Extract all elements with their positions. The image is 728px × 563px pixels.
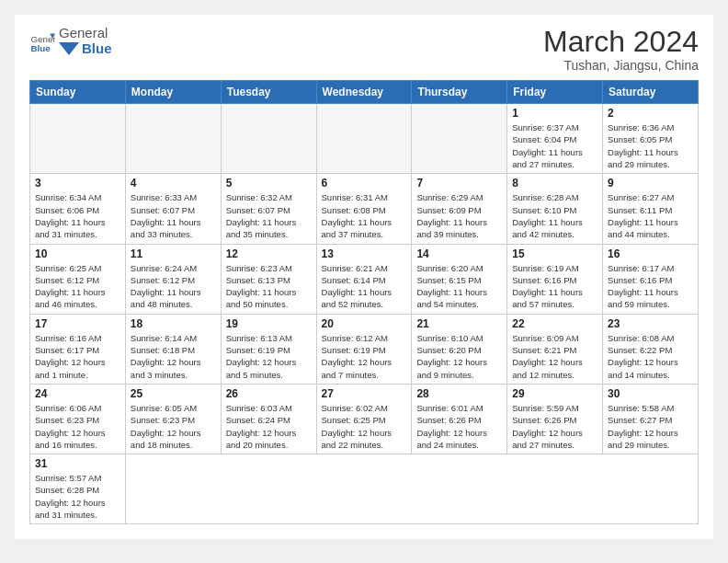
day-info: Sunrise: 6:12 AMSunset: 6:19 PMDaylight:…	[322, 332, 407, 381]
logo-general-text: General	[59, 26, 112, 41]
logo-icon: General Blue	[29, 29, 55, 54]
header-wednesday: Wednesday	[316, 81, 412, 104]
calendar-row: 17 Sunrise: 6:16 AMSunset: 6:17 PMDaylig…	[30, 314, 699, 384]
day-number: 17	[35, 317, 120, 330]
day-info: Sunrise: 6:19 AMSunset: 6:16 PMDaylight:…	[512, 262, 597, 311]
day-cell: 27 Sunrise: 6:02 AMSunset: 6:25 PMDaylig…	[316, 384, 412, 454]
calendar-row: 10 Sunrise: 6:25 AMSunset: 6:12 PMDaylig…	[30, 244, 699, 314]
day-info: Sunrise: 6:27 AMSunset: 6:11 PMDaylight:…	[608, 191, 693, 240]
day-info: Sunrise: 6:21 AMSunset: 6:14 PMDaylight:…	[322, 262, 407, 311]
day-number: 27	[322, 387, 407, 400]
day-cell: 4 Sunrise: 6:33 AMSunset: 6:07 PMDayligh…	[125, 174, 221, 244]
day-cell: 16 Sunrise: 6:17 AMSunset: 6:16 PMDaylig…	[603, 244, 699, 314]
header-sunday: Sunday	[30, 81, 126, 104]
day-cell: 14 Sunrise: 6:20 AMSunset: 6:15 PMDaylig…	[412, 244, 507, 314]
day-cell: 25 Sunrise: 6:05 AMSunset: 6:23 PMDaylig…	[125, 384, 221, 454]
day-number: 9	[608, 177, 693, 190]
calendar-row: 24 Sunrise: 6:06 AMSunset: 6:23 PMDaylig…	[30, 384, 699, 454]
day-info: Sunrise: 6:13 AMSunset: 6:19 PMDaylight:…	[226, 332, 312, 381]
day-number: 31	[35, 457, 120, 470]
day-number: 19	[226, 317, 312, 330]
day-cell: 21 Sunrise: 6:10 AMSunset: 6:20 PMDaylig…	[412, 314, 507, 384]
day-info: Sunrise: 6:37 AMSunset: 6:04 PMDaylight:…	[512, 121, 597, 170]
day-number: 18	[131, 317, 216, 330]
day-number: 20	[322, 317, 407, 330]
day-cell: 24 Sunrise: 6:06 AMSunset: 6:23 PMDaylig…	[30, 384, 126, 454]
header-friday: Friday	[507, 81, 603, 104]
calendar-container: General Blue General Blue March 2024 Tus…	[15, 15, 713, 539]
day-cell: 30 Sunrise: 5:58 AMSunset: 6:27 PMDaylig…	[603, 384, 699, 454]
location-subtitle: Tushan, Jiangsu, China	[543, 58, 699, 73]
day-number: 25	[131, 387, 216, 400]
day-number: 21	[416, 317, 502, 330]
day-info: Sunrise: 5:57 AMSunset: 6:28 PMDaylight:…	[35, 472, 120, 521]
day-cell: 8 Sunrise: 6:28 AMSunset: 6:10 PMDayligh…	[507, 174, 603, 244]
day-cell: 12 Sunrise: 6:23 AMSunset: 6:13 PMDaylig…	[221, 244, 316, 314]
empty-cell	[412, 104, 507, 174]
day-number: 3	[35, 177, 120, 190]
day-cell: 5 Sunrise: 6:32 AMSunset: 6:07 PMDayligh…	[221, 174, 316, 244]
day-info: Sunrise: 6:24 AMSunset: 6:12 PMDaylight:…	[131, 262, 216, 311]
day-number: 4	[131, 177, 216, 190]
day-info: Sunrise: 6:17 AMSunset: 6:16 PMDaylight:…	[608, 262, 693, 311]
calendar-table: Sunday Monday Tuesday Wednesday Thursday…	[29, 80, 699, 524]
day-info: Sunrise: 6:34 AMSunset: 6:06 PMDaylight:…	[35, 191, 120, 240]
svg-text:Blue: Blue	[30, 43, 51, 53]
calendar-row: 1 Sunrise: 6:37 AMSunset: 6:04 PMDayligh…	[30, 104, 699, 174]
day-info: Sunrise: 5:58 AMSunset: 6:27 PMDaylight:…	[608, 402, 693, 451]
header-monday: Monday	[125, 81, 221, 104]
calendar-row: 31 Sunrise: 5:57 AMSunset: 6:28 PMDaylig…	[30, 454, 699, 524]
day-number: 13	[322, 247, 407, 260]
day-number: 7	[416, 177, 502, 190]
day-number: 12	[226, 247, 312, 260]
header-tuesday: Tuesday	[221, 81, 316, 104]
day-cell: 31 Sunrise: 5:57 AMSunset: 6:28 PMDaylig…	[30, 454, 126, 524]
day-info: Sunrise: 6:01 AMSunset: 6:26 PMDaylight:…	[416, 402, 502, 451]
day-cell: 10 Sunrise: 6:25 AMSunset: 6:12 PMDaylig…	[30, 244, 126, 314]
calendar-row: 3 Sunrise: 6:34 AMSunset: 6:06 PMDayligh…	[30, 174, 699, 244]
empty-cell	[221, 104, 316, 174]
day-info: Sunrise: 6:32 AMSunset: 6:07 PMDaylight:…	[226, 191, 312, 240]
day-info: Sunrise: 6:29 AMSunset: 6:09 PMDaylight:…	[416, 191, 502, 240]
day-cell: 29 Sunrise: 5:59 AMSunset: 6:26 PMDaylig…	[507, 384, 603, 454]
day-info: Sunrise: 6:02 AMSunset: 6:25 PMDaylight:…	[322, 402, 407, 451]
day-info: Sunrise: 6:28 AMSunset: 6:10 PMDaylight:…	[512, 191, 597, 240]
svg-marker-3	[59, 42, 79, 55]
day-info: Sunrise: 6:08 AMSunset: 6:22 PMDaylight:…	[608, 332, 693, 381]
day-info: Sunrise: 6:20 AMSunset: 6:15 PMDaylight:…	[416, 262, 502, 311]
day-cell: 13 Sunrise: 6:21 AMSunset: 6:14 PMDaylig…	[316, 244, 412, 314]
day-cell: 28 Sunrise: 6:01 AMSunset: 6:26 PMDaylig…	[412, 384, 507, 454]
month-year-title: March 2024	[543, 26, 699, 58]
day-cell: 11 Sunrise: 6:24 AMSunset: 6:12 PMDaylig…	[125, 244, 221, 314]
day-cell: 23 Sunrise: 6:08 AMSunset: 6:22 PMDaylig…	[603, 314, 699, 384]
header-thursday: Thursday	[412, 81, 507, 104]
header-saturday: Saturday	[603, 81, 699, 104]
day-info: Sunrise: 5:59 AMSunset: 6:26 PMDaylight:…	[512, 402, 597, 451]
day-info: Sunrise: 6:16 AMSunset: 6:17 PMDaylight:…	[35, 332, 120, 381]
logo: General Blue General Blue	[29, 26, 112, 56]
day-number: 14	[416, 247, 502, 260]
day-cell: 19 Sunrise: 6:13 AMSunset: 6:19 PMDaylig…	[221, 314, 316, 384]
day-number: 29	[512, 387, 597, 400]
day-cell: 1 Sunrise: 6:37 AMSunset: 6:04 PMDayligh…	[507, 104, 603, 174]
day-number: 1	[512, 107, 597, 120]
logo-triangle-icon	[59, 42, 79, 55]
day-info: Sunrise: 6:33 AMSunset: 6:07 PMDaylight:…	[131, 191, 216, 240]
day-cell: 22 Sunrise: 6:09 AMSunset: 6:21 PMDaylig…	[507, 314, 603, 384]
day-cell: 2 Sunrise: 6:36 AMSunset: 6:05 PMDayligh…	[603, 104, 699, 174]
day-info: Sunrise: 6:23 AMSunset: 6:13 PMDaylight:…	[226, 262, 312, 311]
day-number: 23	[608, 317, 693, 330]
day-cell: 18 Sunrise: 6:14 AMSunset: 6:18 PMDaylig…	[125, 314, 221, 384]
day-number: 15	[512, 247, 597, 260]
day-number: 2	[608, 107, 693, 120]
day-number: 16	[608, 247, 693, 260]
day-info: Sunrise: 6:09 AMSunset: 6:21 PMDaylight:…	[512, 332, 597, 381]
day-info: Sunrise: 6:03 AMSunset: 6:24 PMDaylight:…	[226, 402, 312, 451]
day-info: Sunrise: 6:14 AMSunset: 6:18 PMDaylight:…	[131, 332, 216, 381]
day-number: 26	[226, 387, 312, 400]
title-block: March 2024 Tushan, Jiangsu, China	[543, 26, 699, 73]
day-number: 11	[131, 247, 216, 260]
logo-blue-text: Blue	[82, 41, 112, 57]
day-info: Sunrise: 6:25 AMSunset: 6:12 PMDaylight:…	[35, 262, 120, 311]
day-number: 10	[35, 247, 120, 260]
